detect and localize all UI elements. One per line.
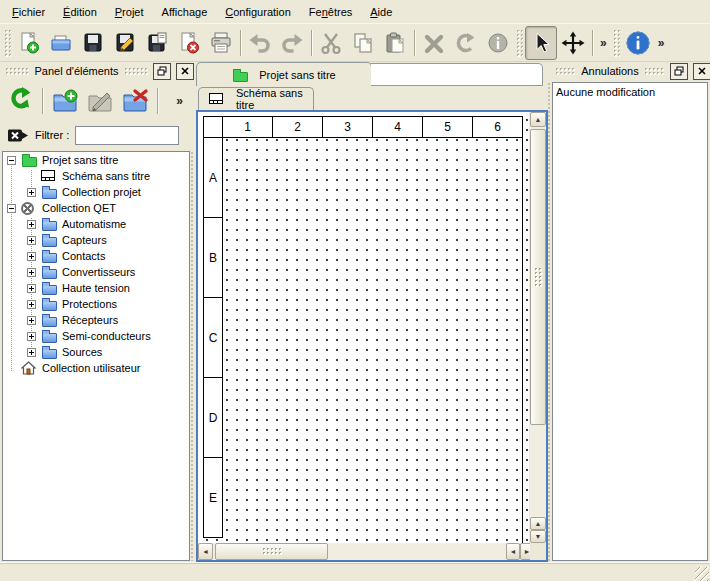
tab-projet-sans-titre[interactable]: Projet sans titre <box>196 62 372 86</box>
close-panel-button[interactable] <box>693 63 710 80</box>
schema-view: 1 2 3 4 5 6 A B C D E ▲ ▲ ▼ ◄ ◄ <box>196 110 548 562</box>
tree-item-collection-utilisateur[interactable]: Collection utilisateur <box>3 360 189 376</box>
thumb-grip <box>262 547 282 556</box>
undo-icon <box>248 31 272 55</box>
menu-affichage[interactable]: Affichage <box>154 4 216 20</box>
panel-overflow-chevron[interactable]: » <box>172 94 187 108</box>
tree-item-haute-tension[interactable]: Haute tension <box>3 280 189 296</box>
menu-fichier[interactable]: Fichier <box>4 4 53 20</box>
save-as-button[interactable] <box>109 26 141 60</box>
reload-collections-button[interactable] <box>4 85 36 117</box>
float-panel-button[interactable] <box>670 63 688 80</box>
expand-expander-icon[interactable] <box>27 348 36 357</box>
tree-item-projet-sans-titre[interactable]: Projet sans titre <box>3 152 189 168</box>
tree-item-capteurs[interactable]: Capteurs <box>3 232 189 248</box>
save-all-button[interactable] <box>141 26 173 60</box>
menu-projet[interactable]: Projet <box>107 4 152 20</box>
about-qet-button[interactable] <box>622 26 654 60</box>
tree-item-sources[interactable]: Sources <box>3 344 189 360</box>
filter-input[interactable] <box>75 126 179 145</box>
float-icon <box>674 66 684 76</box>
vertical-scroll-track[interactable] <box>530 127 546 517</box>
paste-button[interactable] <box>379 26 411 60</box>
menu-aide[interactable]: Aide <box>362 4 400 20</box>
new-category-button[interactable] <box>49 85 81 117</box>
undo-button[interactable] <box>244 26 276 60</box>
expand-expander-icon[interactable] <box>27 188 36 197</box>
tree-item-collection-projet[interactable]: Collection projet <box>3 184 189 200</box>
expand-expander-icon[interactable] <box>27 300 36 309</box>
scroll-left-button[interactable]: ◄ <box>506 543 520 560</box>
toolbar-overflow-chevron[interactable]: » <box>596 36 611 50</box>
toolbar-drag-handle[interactable] <box>4 29 11 57</box>
toolbar-drag-handle[interactable] <box>613 29 620 57</box>
expand-expander-icon[interactable] <box>27 252 36 261</box>
expand-expander-icon[interactable] <box>27 284 36 293</box>
tree-item-collection-qet[interactable]: Collection QET <box>3 200 189 216</box>
expand-expander-icon[interactable] <box>27 220 36 229</box>
delete-icon <box>422 31 446 55</box>
project-folder-icon <box>232 68 248 82</box>
cut-button[interactable] <box>315 26 347 60</box>
print-button[interactable] <box>205 26 237 60</box>
scroll-up-button[interactable]: ▲ <box>530 517 546 530</box>
toolbar-separator <box>157 88 158 114</box>
toolbar-overflow-chevron[interactable]: » <box>654 36 669 50</box>
tree-item-automatisme[interactable]: Automatisme <box>3 216 189 232</box>
close-file-button[interactable] <box>173 26 205 60</box>
scroll-left-button[interactable]: ◄ <box>198 543 213 560</box>
folder-icon <box>41 345 57 359</box>
grid-column-header: 4 <box>373 116 423 138</box>
new-file-button[interactable] <box>13 26 45 60</box>
clear-filter-icon[interactable] <box>8 127 29 144</box>
expand-expander-icon[interactable] <box>27 332 36 341</box>
info-button[interactable] <box>482 26 514 60</box>
expand-expander-icon[interactable] <box>27 268 36 277</box>
delete-category-button[interactable] <box>119 85 151 117</box>
open-file-icon <box>49 31 73 55</box>
float-panel-button[interactable] <box>153 63 171 80</box>
tree-item-protections[interactable]: Protections <box>3 296 189 312</box>
redo-button[interactable] <box>276 26 308 60</box>
toolbar-drag-handle[interactable] <box>516 29 523 57</box>
tree-item-recepteurs[interactable]: Récepteurs <box>3 312 189 328</box>
tree-item-semi-conducteurs[interactable]: Semi-conducteurs <box>3 328 189 344</box>
about-qet-icon <box>625 30 651 56</box>
collapse-expander-icon[interactable] <box>7 156 16 165</box>
expand-expander-icon[interactable] <box>27 236 36 245</box>
page-border <box>522 137 523 543</box>
tree-item-convertisseurs[interactable]: Convertisseurs <box>3 264 189 280</box>
thumb-grip <box>534 267 543 287</box>
schema-canvas[interactable]: 1 2 3 4 5 6 A B C D E <box>198 112 529 543</box>
menu-fenetres[interactable]: Fenêtres <box>301 4 360 20</box>
delete-button[interactable] <box>418 26 450 60</box>
expand-expander-icon[interactable] <box>27 316 36 325</box>
tree-item-schema-sans-titre[interactable]: Schéma sans titre <box>3 168 189 184</box>
close-panel-button[interactable] <box>176 63 194 80</box>
move-tool-button[interactable] <box>557 26 589 60</box>
scroll-up-button[interactable]: ▲ <box>530 112 546 127</box>
select-tool-button[interactable] <box>525 26 557 60</box>
tab-schema-sans-titre[interactable]: Schéma sans titre <box>198 87 314 110</box>
tree-item-contacts[interactable]: Contacts <box>3 248 189 264</box>
edit-category-button[interactable] <box>84 85 116 117</box>
close-file-icon <box>177 31 201 55</box>
menu-configuration[interactable]: Configuration <box>217 4 299 20</box>
collapse-expander-icon[interactable] <box>7 204 16 213</box>
new-category-icon <box>51 87 79 115</box>
undo-list-item[interactable]: Aucune modification <box>553 84 707 100</box>
menu-edition[interactable]: Édition <box>55 4 105 20</box>
grid-column-header: 5 <box>423 116 473 138</box>
save-button[interactable] <box>77 26 109 60</box>
scroll-down-button[interactable]: ▼ <box>530 530 546 543</box>
vertical-scroll-thumb[interactable] <box>530 129 546 425</box>
open-file-button[interactable] <box>45 26 77 60</box>
rotate-button[interactable] <box>450 26 482 60</box>
vertical-scrollbar: ▲ ▲ ▼ <box>530 112 546 543</box>
resize-grip-icon[interactable] <box>695 567 709 581</box>
copy-button[interactable] <box>347 26 379 60</box>
filter-row: Filtrer : <box>2 122 197 148</box>
horizontal-scroll-track[interactable] <box>213 543 506 560</box>
horizontal-scroll-thumb[interactable] <box>215 543 328 560</box>
left-splitter[interactable] <box>190 151 195 561</box>
